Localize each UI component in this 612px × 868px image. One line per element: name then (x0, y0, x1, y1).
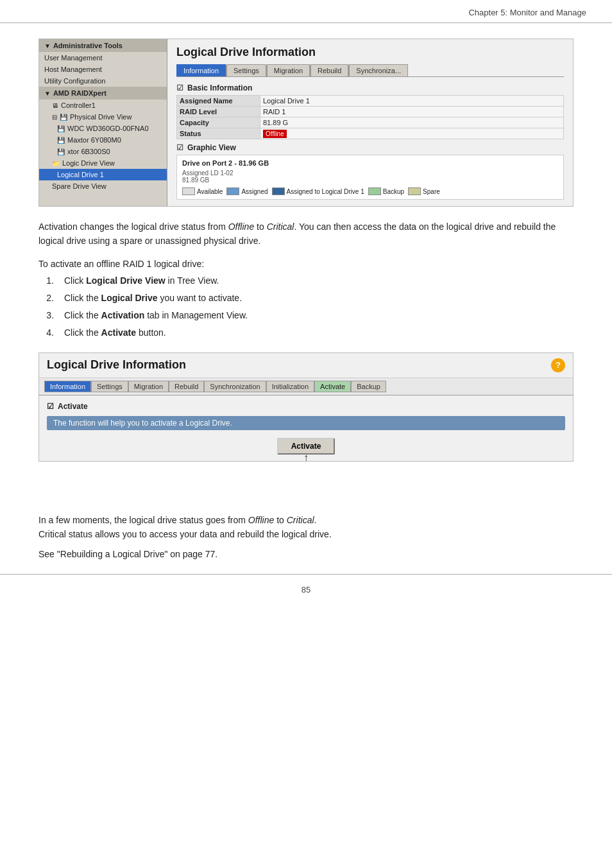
physical-drive-view-label: Physical Drive View (70, 113, 132, 121)
legend-spare-box (408, 187, 421, 195)
drive-on-port-label: Drive on Port 2 - 81.96 GB (182, 159, 558, 167)
table-row: Capacity 81.89 G (177, 117, 564, 128)
activate-check-icon: ☑ (47, 402, 54, 411)
logic-drive-view-item[interactable]: 📁 Logic Drive View (39, 157, 167, 169)
user-management-item[interactable]: User Management (39, 52, 167, 64)
panel2-tab-activate[interactable]: Activate (314, 381, 351, 392)
assigned-ld-label: Assigned LD 1-02 81.89 GB (182, 169, 558, 184)
list-item: 1. Click Logical Drive View in Tree View… (38, 274, 574, 288)
step-bold-3: Activation (101, 310, 145, 320)
list-item: 2. Click the Logical Drive you want to a… (38, 291, 574, 305)
wdc-drive-label: WDC WD360GD-00FNA0 (67, 125, 149, 132)
utility-config-item[interactable]: Utility Configuration (39, 75, 167, 87)
panel2-tab-activate-label: Activate (320, 383, 345, 390)
legend-assigned-ld-box (272, 187, 285, 195)
activate-button-row: Activate ↑ (47, 438, 565, 455)
host-management-label: Host Management (44, 65, 102, 73)
page-number: 85 (302, 585, 310, 595)
tab-settings-label: Settings (234, 67, 259, 74)
host-management-item[interactable]: Host Management (39, 64, 167, 75)
steps-section: To activate an offline RAID 1 logical dr… (38, 259, 574, 340)
main-content: ▼ Administrative Tools User Management H… (0, 23, 612, 500)
field-label-status: Status (177, 128, 260, 139)
cursor-icon: ↑ (303, 452, 309, 464)
tab-rebuild[interactable]: Rebuild (310, 64, 348, 76)
panel2-title: Logical Drive Information (47, 358, 186, 372)
bottom-paragraph-2: See "Rebuilding a Logical Drive" on page… (38, 547, 574, 561)
physical-drive-view-item[interactable]: ⊟ 💾 Physical Drive View (39, 111, 167, 123)
legend-available-label: Available (197, 188, 223, 195)
step-num-3: 3. (38, 309, 54, 322)
legend-row: Available Assigned Assigned to Logical D… (182, 187, 558, 195)
screenshot-panel-1: ▼ Administrative Tools User Management H… (38, 39, 574, 207)
body-text-offline: Offline (228, 221, 254, 232)
bottom-period: . (314, 515, 317, 525)
controller1-item[interactable]: 🖥 Controller1 (39, 100, 167, 111)
panel2-tab-information-label: Information (50, 383, 85, 390)
bottom-paragraph-1: In a few moments, the logical drive stat… (38, 513, 574, 542)
info-table: Assigned Name Logical Drive 1 RAID Level… (176, 95, 564, 139)
help-button[interactable]: ? (551, 358, 565, 372)
step-text-3: Click the Activation tab in Management V… (64, 309, 248, 322)
assigned-ld-text: Assigned LD 1-02 (182, 169, 234, 177)
drive-gb-text: 81.89 GB (182, 177, 209, 184)
table-row: Status Offline (177, 128, 564, 139)
panel2-tab-migration[interactable]: Migration (128, 381, 169, 392)
panel2-header: Logical Drive Information ? (39, 353, 573, 378)
graphic-check-icon: ☑ (176, 143, 183, 152)
step-text-4: Click the Activate button. (64, 326, 166, 340)
amd-raidxpert-header[interactable]: ▼ AMD RAIDXpert (39, 87, 167, 100)
basic-info-header[interactable]: ☑ Basic Information (176, 83, 564, 92)
panel2-tab-initialization[interactable]: Initialization (266, 381, 314, 392)
wdc-drive-item[interactable]: 💾 WDC WD360GD-00FNA0 (39, 123, 167, 134)
tab-migration[interactable]: Migration (267, 64, 310, 76)
tab-settings[interactable]: Settings (226, 64, 266, 76)
maxtor-icon: 💾 (57, 137, 65, 144)
admin-tools-header[interactable]: ▼ Administrative Tools (39, 39, 167, 52)
step-text-2: Click the Logical Drive you want to acti… (64, 291, 242, 305)
legend-backup-box (368, 187, 381, 195)
panel2-tab-settings[interactable]: Settings (91, 381, 128, 392)
field-value-status: Offline (260, 128, 564, 139)
maxtor-drive-item[interactable]: 💾 Maxtor 6Y080M0 (39, 134, 167, 146)
drive-view-icon: 💾 (60, 114, 67, 121)
legend-available: Available (182, 187, 223, 195)
table-row: RAID Level RAID 1 (177, 107, 564, 117)
legend-available-box (182, 187, 195, 195)
field-value-raid-level: RAID 1 (260, 107, 564, 117)
panel2-tab-information[interactable]: Information (44, 381, 91, 392)
panel2-tab-settings-label: Settings (97, 383, 123, 390)
bottom-offline: Offline (248, 515, 274, 525)
maxtor-drive-label: Maxtor 6Y080M0 (67, 136, 121, 144)
legend-assigned-box (226, 187, 239, 195)
body-text-to: to (254, 221, 266, 232)
step-bold-1: Logical Drive View (86, 275, 165, 286)
xtor-drive-item[interactable]: 💾 xtor 6B300S0 (39, 146, 167, 157)
field-value-capacity: 81.89 G (260, 117, 564, 128)
field-label-assigned-name: Assigned Name (177, 96, 260, 107)
activate-section-label: Activate (58, 402, 88, 411)
panel2-tab-migration-label: Migration (134, 383, 163, 390)
body-paragraph-1: Activation changes the logical drive sta… (38, 220, 574, 248)
tab-information[interactable]: Information (176, 64, 226, 76)
graphic-view-header[interactable]: ☑ Graphic View (176, 143, 564, 152)
panel2-tab-initialization-label: Initialization (272, 383, 309, 390)
panel2-tab-backup[interactable]: Backup (351, 381, 386, 392)
xtor-drive-label: xtor 6B300S0 (67, 148, 110, 155)
controller-icon: 🖥 (52, 102, 58, 109)
legend-backup: Backup (368, 187, 404, 195)
activate-description-text: The function will help you to activate a… (53, 419, 232, 428)
panel2-tab-rebuild[interactable]: Rebuild (169, 381, 204, 392)
step-list: 1. Click Logical Drive View in Tree View… (38, 274, 574, 340)
tab-synchronization[interactable]: Synchroniza... (349, 64, 408, 76)
logical-drive-1-item[interactable]: Logical Drive 1 (39, 169, 167, 180)
amd-raidxpert-label: AMD RAIDXpert (53, 89, 106, 97)
list-item: 4. Click the Activate button. (38, 326, 574, 340)
field-label-capacity: Capacity (177, 117, 260, 128)
panel2-tab-synchronization[interactable]: Synchronization (204, 381, 266, 392)
tab-rebuild-label: Rebuild (318, 67, 341, 74)
collapse-arrow-icon: ▼ (44, 42, 51, 49)
logic-drive-view-label: Logic Drive View (62, 159, 115, 167)
legend-assigned-ld-label: Assigned to Logical Drive 1 (287, 188, 364, 195)
spare-drive-view-item[interactable]: Spare Drive View (39, 180, 167, 192)
